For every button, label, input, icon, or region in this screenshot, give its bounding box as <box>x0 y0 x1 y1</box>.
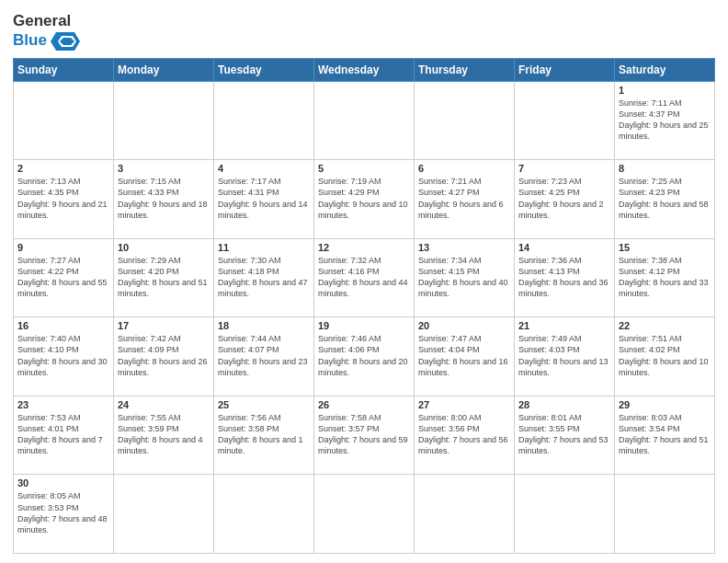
day-number: 28 <box>518 399 610 410</box>
calendar-week-row: 30Sunrise: 8:05 AM Sunset: 3:53 PM Dayli… <box>14 475 715 554</box>
day-number: 29 <box>619 399 711 410</box>
day-info: Sunrise: 7:42 AM Sunset: 4:09 PM Dayligh… <box>118 333 210 378</box>
day-number: 13 <box>418 242 510 253</box>
day-number: 16 <box>17 320 109 331</box>
day-number: 26 <box>318 399 410 410</box>
day-number: 6 <box>418 163 510 174</box>
logo-blue: Blue <box>13 32 47 50</box>
day-number: 4 <box>218 163 310 174</box>
day-info: Sunrise: 7:15 AM Sunset: 4:33 PM Dayligh… <box>118 176 210 221</box>
day-info: Sunrise: 7:49 AM Sunset: 4:03 PM Dayligh… <box>518 333 610 378</box>
calendar-cell <box>214 81 314 160</box>
day-number: 12 <box>318 242 410 253</box>
page: General Blue SundayMondayTuesdayWednesda… <box>0 0 728 563</box>
day-number: 27 <box>418 399 510 410</box>
day-info: Sunrise: 7:32 AM Sunset: 4:16 PM Dayligh… <box>318 255 410 300</box>
calendar-cell: 17Sunrise: 7:42 AM Sunset: 4:09 PM Dayli… <box>114 317 214 396</box>
day-info: Sunrise: 7:11 AM Sunset: 4:37 PM Dayligh… <box>619 98 711 143</box>
day-info: Sunrise: 8:01 AM Sunset: 3:55 PM Dayligh… <box>518 412 610 457</box>
calendar-table: SundayMondayTuesdayWednesdayThursdayFrid… <box>13 58 715 554</box>
weekday-header-tuesday: Tuesday <box>214 58 314 81</box>
weekday-header-sunday: Sunday <box>14 58 114 81</box>
calendar-cell: 1Sunrise: 7:11 AM Sunset: 4:37 PM Daylig… <box>615 81 715 160</box>
calendar-cell: 21Sunrise: 7:49 AM Sunset: 4:03 PM Dayli… <box>515 317 615 396</box>
calendar-cell: 5Sunrise: 7:19 AM Sunset: 4:29 PM Daylig… <box>314 160 415 239</box>
calendar-cell: 24Sunrise: 7:55 AM Sunset: 3:59 PM Dayli… <box>114 396 214 475</box>
calendar-week-row: 16Sunrise: 7:40 AM Sunset: 4:10 PM Dayli… <box>14 317 715 396</box>
day-info: Sunrise: 7:36 AM Sunset: 4:13 PM Dayligh… <box>518 255 610 300</box>
day-number: 25 <box>218 399 310 410</box>
calendar-cell: 15Sunrise: 7:38 AM Sunset: 4:12 PM Dayli… <box>615 238 715 317</box>
day-info: Sunrise: 7:23 AM Sunset: 4:25 PM Dayligh… <box>518 176 610 221</box>
calendar-cell: 16Sunrise: 7:40 AM Sunset: 4:10 PM Dayli… <box>14 317 114 396</box>
calendar-cell: 30Sunrise: 8:05 AM Sunset: 3:53 PM Dayli… <box>14 475 114 554</box>
day-info: Sunrise: 7:34 AM Sunset: 4:15 PM Dayligh… <box>418 255 510 300</box>
calendar-cell: 28Sunrise: 8:01 AM Sunset: 3:55 PM Dayli… <box>515 396 615 475</box>
day-info: Sunrise: 8:05 AM Sunset: 3:53 PM Dayligh… <box>17 490 109 535</box>
calendar-cell <box>314 81 415 160</box>
weekday-header-thursday: Thursday <box>415 58 515 81</box>
calendar-week-row: 2Sunrise: 7:13 AM Sunset: 4:35 PM Daylig… <box>14 160 715 239</box>
calendar-cell: 10Sunrise: 7:29 AM Sunset: 4:20 PM Dayli… <box>114 238 214 317</box>
day-number: 7 <box>518 163 610 174</box>
calendar-cell: 4Sunrise: 7:17 AM Sunset: 4:31 PM Daylig… <box>214 160 314 239</box>
logo-icon <box>47 30 80 52</box>
calendar-week-row: 23Sunrise: 7:53 AM Sunset: 4:01 PM Dayli… <box>14 396 715 475</box>
calendar-cell: 27Sunrise: 8:00 AM Sunset: 3:56 PM Dayli… <box>415 396 515 475</box>
weekday-header-saturday: Saturday <box>615 58 715 81</box>
weekday-header-monday: Monday <box>114 58 214 81</box>
day-info: Sunrise: 7:13 AM Sunset: 4:35 PM Dayligh… <box>17 176 109 221</box>
logo-general: General <box>13 13 80 30</box>
calendar-cell: 23Sunrise: 7:53 AM Sunset: 4:01 PM Dayli… <box>14 396 114 475</box>
calendar-cell <box>615 475 715 554</box>
day-info: Sunrise: 7:53 AM Sunset: 4:01 PM Dayligh… <box>17 412 109 457</box>
day-info: Sunrise: 7:25 AM Sunset: 4:23 PM Dayligh… <box>619 176 711 221</box>
calendar-cell: 26Sunrise: 7:58 AM Sunset: 3:57 PM Dayli… <box>314 396 415 475</box>
day-number: 18 <box>218 320 310 331</box>
day-info: Sunrise: 7:38 AM Sunset: 4:12 PM Dayligh… <box>619 255 711 300</box>
calendar-cell <box>114 81 214 160</box>
weekday-header-wednesday: Wednesday <box>314 58 415 81</box>
day-info: Sunrise: 7:55 AM Sunset: 3:59 PM Dayligh… <box>118 412 210 457</box>
day-info: Sunrise: 7:19 AM Sunset: 4:29 PM Dayligh… <box>318 176 410 221</box>
calendar-week-row: 1Sunrise: 7:11 AM Sunset: 4:37 PM Daylig… <box>14 81 715 160</box>
day-number: 21 <box>518 320 610 331</box>
day-info: Sunrise: 7:21 AM Sunset: 4:27 PM Dayligh… <box>418 176 510 221</box>
day-number: 24 <box>118 399 210 410</box>
day-info: Sunrise: 7:29 AM Sunset: 4:20 PM Dayligh… <box>118 255 210 300</box>
day-info: Sunrise: 7:58 AM Sunset: 3:57 PM Dayligh… <box>318 412 410 457</box>
day-info: Sunrise: 7:30 AM Sunset: 4:18 PM Dayligh… <box>218 255 310 300</box>
day-info: Sunrise: 7:40 AM Sunset: 4:10 PM Dayligh… <box>17 333 109 378</box>
calendar-header-row: SundayMondayTuesdayWednesdayThursdayFrid… <box>14 58 715 81</box>
calendar-cell: 25Sunrise: 7:56 AM Sunset: 3:58 PM Dayli… <box>214 396 314 475</box>
day-number: 23 <box>17 399 109 410</box>
calendar-cell: 14Sunrise: 7:36 AM Sunset: 4:13 PM Dayli… <box>515 238 615 317</box>
day-info: Sunrise: 8:03 AM Sunset: 3:54 PM Dayligh… <box>619 412 711 457</box>
calendar-cell <box>14 81 114 160</box>
weekday-header-friday: Friday <box>515 58 615 81</box>
day-number: 5 <box>318 163 410 174</box>
calendar-cell: 13Sunrise: 7:34 AM Sunset: 4:15 PM Dayli… <box>415 238 515 317</box>
calendar-cell <box>415 81 515 160</box>
calendar-cell: 22Sunrise: 7:51 AM Sunset: 4:02 PM Dayli… <box>615 317 715 396</box>
header: General Blue <box>13 9 715 52</box>
calendar-cell <box>415 475 515 554</box>
calendar-cell: 8Sunrise: 7:25 AM Sunset: 4:23 PM Daylig… <box>615 160 715 239</box>
calendar-cell <box>214 475 314 554</box>
calendar-cell <box>515 81 615 160</box>
calendar-week-row: 9Sunrise: 7:27 AM Sunset: 4:22 PM Daylig… <box>14 238 715 317</box>
day-info: Sunrise: 7:51 AM Sunset: 4:02 PM Dayligh… <box>619 333 711 378</box>
logo: General Blue <box>13 13 80 52</box>
day-number: 19 <box>318 320 410 331</box>
calendar-cell: 9Sunrise: 7:27 AM Sunset: 4:22 PM Daylig… <box>14 238 114 317</box>
day-number: 30 <box>17 477 109 488</box>
day-number: 22 <box>619 320 711 331</box>
day-number: 10 <box>118 242 210 253</box>
day-number: 14 <box>518 242 610 253</box>
day-number: 3 <box>118 163 210 174</box>
day-number: 9 <box>17 242 109 253</box>
day-info: Sunrise: 7:44 AM Sunset: 4:07 PM Dayligh… <box>218 333 310 378</box>
day-number: 17 <box>118 320 210 331</box>
calendar-cell: 12Sunrise: 7:32 AM Sunset: 4:16 PM Dayli… <box>314 238 415 317</box>
day-info: Sunrise: 7:46 AM Sunset: 4:06 PM Dayligh… <box>318 333 410 378</box>
